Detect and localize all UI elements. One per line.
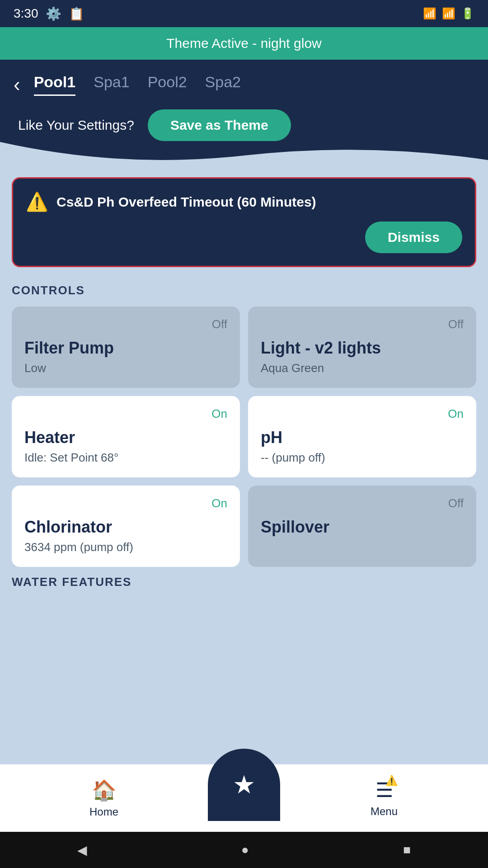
chlorinator-card[interactable]: On Chlorinator 3634 ppm (pump off) — [12, 486, 240, 567]
light-card[interactable]: Off Light - v2 lights Aqua Green — [248, 307, 476, 388]
status-bar-left: 3:30 ⚙️ 📋 — [14, 6, 84, 21]
alert-box: ⚠️ Cs&D Ph Overfeed Timeout (60 Minutes)… — [12, 177, 476, 267]
spillover-status: Off — [261, 496, 464, 510]
back-button[interactable]: ‹ — [14, 75, 20, 94]
theme-banner-text: Theme Active - night glow — [166, 36, 322, 51]
nav-menu[interactable]: ☰ ⚠️ Menu — [280, 778, 488, 818]
ph-detail: -- (pump off) — [261, 451, 464, 465]
controls-section-label: CONTROLS — [12, 283, 476, 297]
alert-top: ⚠️ Cs&D Ph Overfeed Timeout (60 Minutes) — [26, 191, 462, 212]
android-home-button[interactable]: ● — [241, 843, 249, 857]
header-nav: ‹ Pool1 Spa1 Pool2 Spa2 — [14, 73, 474, 96]
light-detail: Aqua Green — [261, 361, 464, 375]
status-time: 3:30 — [14, 6, 38, 21]
ph-status: On — [261, 407, 464, 421]
heater-status: On — [24, 407, 227, 421]
battery-icon: 🔋 — [461, 7, 474, 20]
tab-spa1[interactable]: Spa1 — [94, 73, 129, 96]
heater-name: Heater — [24, 428, 227, 447]
android-nav: ◀ ● ■ — [0, 832, 488, 868]
nav-tabs: Pool1 Spa1 Pool2 Spa2 — [34, 73, 241, 96]
theme-banner: Theme Active - night glow — [0, 27, 488, 60]
header-wave — [0, 142, 488, 169]
tab-pool2[interactable]: Pool2 — [148, 73, 187, 96]
filter-pump-status: Off — [24, 317, 227, 331]
star-icon: ★ — [233, 770, 255, 799]
signal-icon: 📶 — [442, 7, 455, 20]
gear-icon: ⚙️ — [46, 6, 61, 21]
spillover-name: Spillover — [261, 518, 464, 537]
water-features-section-label: WATER FEATURES — [12, 575, 476, 589]
status-bar-right: 📶 📶 🔋 — [423, 7, 474, 20]
filter-pump-name: Filter Pump — [24, 339, 227, 358]
warning-icon: ⚠️ — [26, 191, 48, 212]
save-theme-button[interactable]: Save as Theme — [148, 109, 291, 141]
light-name: Light - v2 lights — [261, 339, 464, 358]
heater-detail: Idle: Set Point 68° — [24, 451, 227, 465]
menu-label: Menu — [371, 805, 398, 818]
nav-home[interactable]: 🏠 Home — [0, 778, 208, 818]
controls-grid: Off Filter Pump Low Off Light - v2 light… — [12, 307, 476, 567]
theme-row-label: Like Your Settings? — [18, 118, 134, 133]
alert-bottom: Dismiss — [26, 222, 462, 253]
menu-icon: ☰ ⚠️ — [375, 778, 393, 802]
content: ⚠️ Cs&D Ph Overfeed Timeout (60 Minutes)… — [0, 168, 488, 711]
chlorinator-detail: 3634 ppm (pump off) — [24, 540, 227, 554]
filter-pump-detail: Low — [24, 361, 227, 375]
chlorinator-name: Chlorinator — [24, 518, 227, 537]
android-recent-button[interactable]: ■ — [403, 843, 411, 857]
dismiss-button[interactable]: Dismiss — [365, 222, 462, 253]
ph-card[interactable]: On pH -- (pump off) — [248, 396, 476, 477]
home-icon: 🏠 — [92, 778, 117, 802]
tab-spa2[interactable]: Spa2 — [205, 73, 241, 96]
heater-card[interactable]: On Heater Idle: Set Point 68° — [12, 396, 240, 477]
tab-pool1[interactable]: Pool1 — [34, 73, 76, 96]
filter-pump-card[interactable]: Off Filter Pump Low — [12, 307, 240, 388]
alert-text: Cs&D Ph Overfeed Timeout (60 Minutes) — [56, 194, 316, 210]
bottom-nav: 🏠 Home ★ ☰ ⚠️ Menu — [0, 764, 488, 832]
header: ‹ Pool1 Spa1 Pool2 Spa2 Like Your Settin… — [0, 60, 488, 168]
android-back-button[interactable]: ◀ — [77, 843, 87, 858]
chlorinator-status: On — [24, 496, 227, 510]
wifi-icon: 📶 — [423, 7, 436, 20]
home-label: Home — [89, 806, 118, 818]
theme-row: Like Your Settings? Save as Theme — [14, 109, 474, 141]
clipboard-icon: 📋 — [69, 6, 84, 21]
light-status: Off — [261, 317, 464, 331]
status-bar: 3:30 ⚙️ 📋 📶 📶 🔋 — [0, 0, 488, 27]
nav-favorites[interactable]: ★ — [208, 749, 280, 821]
spillover-card[interactable]: Off Spillover — [248, 486, 476, 567]
ph-name: pH — [261, 428, 464, 447]
